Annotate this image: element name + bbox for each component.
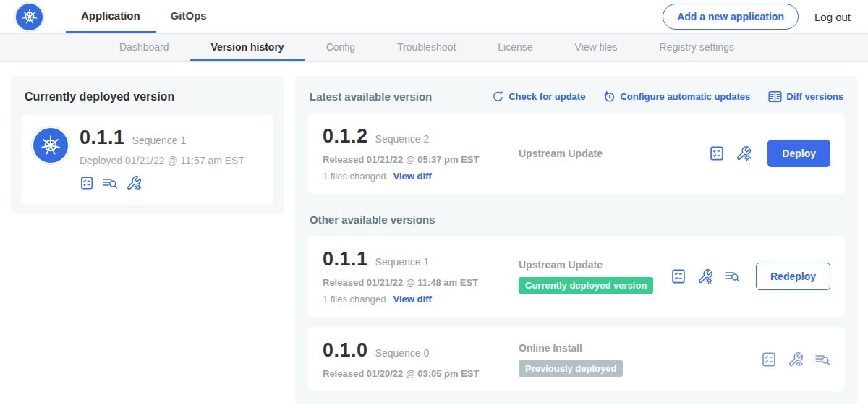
checklist-icon[interactable] (671, 268, 686, 284)
tab-view-files[interactable]: View files (554, 34, 639, 61)
released-timestamp: Released 01/21/22 @ 11:48 am EST (323, 277, 507, 288)
checklist-icon[interactable] (709, 145, 725, 161)
redeploy-button[interactable]: Redeploy (756, 263, 830, 290)
available-versions-panel: Latest available version Check for updat… (295, 76, 858, 404)
sequence-label: Sequence 0 (375, 347, 430, 359)
schedule-icon (603, 90, 616, 103)
released-timestamp: Released 01/21/22 @ 05:37 pm EST (323, 154, 507, 165)
logout-button[interactable]: Log out (814, 11, 851, 23)
version-card-0-1-0: 0.1.0 Sequence 0 Released 01/20/22 @ 03:… (308, 327, 845, 391)
source-label: Upstream Update (519, 259, 671, 271)
source-label: Online Install (519, 342, 761, 354)
checklist-icon[interactable] (761, 352, 777, 367)
wrench-eye-icon[interactable] (788, 352, 804, 367)
diff-icon (768, 90, 782, 103)
configure-automatic-updates-label: Configure automatic updates (620, 91, 750, 102)
available-actions: Check for update Configure automatic upd… (492, 90, 843, 103)
files-changed-label: 1 files changed (323, 294, 386, 305)
check-for-update-label: Check for update (509, 91, 585, 102)
configure-automatic-updates-link[interactable]: Configure automatic updates (603, 90, 750, 103)
version-actions (761, 352, 830, 367)
deployed-version-card: 0.1.1 Sequence 1 Deployed 01/21/22 @ 11:… (22, 115, 273, 204)
version-card-0-1-1: 0.1.1 Sequence 1 Released 01/21/22 @ 11:… (308, 236, 845, 317)
diff-versions-link[interactable]: Diff versions (768, 90, 843, 103)
wrench-gear-icon[interactable] (126, 175, 142, 191)
top-navbar: Application GitOps Add a new application… (0, 0, 868, 34)
version-card-0-1-2: 0.1.2 Sequence 2 Released 01/21/22 @ 05:… (308, 113, 845, 194)
version-source: Online Install Previously deployed (507, 342, 761, 377)
tab-troubleshoot[interactable]: Troubleshoot (376, 34, 477, 61)
navbar-spacer (222, 0, 663, 33)
nav-tab-application[interactable]: Application (66, 0, 156, 33)
tab-version-history[interactable]: Version history (190, 34, 305, 61)
app-logo-icon (33, 128, 68, 163)
version-details: 0.1.1 Sequence 1 Released 01/21/22 @ 11:… (323, 248, 507, 305)
latest-available-title: Latest available version (310, 90, 432, 103)
sequence-label: Sequence 1 (375, 256, 430, 268)
version-number: 0.1.0 (323, 339, 368, 362)
check-for-update-link[interactable]: Check for update (492, 90, 585, 103)
logs-icon[interactable] (102, 176, 118, 190)
deploy-button[interactable]: Deploy (767, 140, 830, 167)
version-details: 0.1.0 Sequence 0 Released 01/20/22 @ 03:… (323, 339, 507, 379)
wrench-gear-icon[interactable] (697, 268, 713, 284)
tab-registry-settings[interactable]: Registry settings (638, 34, 754, 61)
currently-deployed-panel: Currently deployed version 0.1.1 Sequenc… (10, 76, 284, 214)
checklist-icon[interactable] (80, 176, 94, 190)
deployed-version-details: 0.1.1 Sequence 1 Deployed 01/21/22 @ 11:… (80, 127, 244, 191)
version-number: 0.1.2 (323, 125, 368, 148)
view-diff-link[interactable]: View diff (393, 294, 431, 305)
refresh-icon (492, 90, 504, 103)
currently-deployed-title: Currently deployed version (25, 90, 273, 103)
kubernetes-logo-icon (16, 4, 43, 30)
deployed-sequence-label: Sequence 1 (132, 135, 187, 146)
deployed-timestamp: Deployed 01/21/22 @ 11:57 am EST (80, 155, 244, 166)
files-changed-label: 1 files changed (323, 171, 386, 182)
wrench-gear-icon[interactable] (736, 145, 752, 161)
add-new-application-button[interactable]: Add a new application (663, 4, 799, 30)
currently-deployed-badge: Currently deployed version (519, 277, 653, 294)
latest-available-header: Latest available version Check for updat… (310, 90, 843, 103)
tab-license[interactable]: License (477, 34, 553, 61)
tab-dashboard[interactable]: Dashboard (98, 34, 190, 61)
other-available-title: Other available versions (310, 213, 843, 226)
version-actions: Redeploy (671, 263, 830, 290)
version-source: Upstream Update Currently deployed versi… (507, 259, 671, 294)
logs-icon[interactable] (814, 352, 830, 367)
sequence-label: Sequence 2 (375, 133, 430, 145)
version-number: 0.1.1 (323, 248, 368, 271)
released-timestamp: Released 01/20/22 @ 03:05 pm EST (323, 368, 507, 379)
version-source: Upstream Update (507, 148, 709, 159)
version-history-page: Currently deployed version 0.1.1 Sequenc… (0, 62, 868, 408)
version-details: 0.1.2 Sequence 2 Released 01/21/22 @ 05:… (323, 125, 507, 182)
logs-icon[interactable] (724, 268, 740, 284)
version-actions: Deploy (709, 140, 830, 167)
app-subnav: Dashboard Version history Config Trouble… (0, 34, 868, 62)
previously-deployed-badge: Previously deployed (519, 360, 623, 377)
view-diff-link[interactable]: View diff (393, 171, 431, 182)
deployed-actions (80, 175, 244, 191)
nav-tab-gitops[interactable]: GitOps (156, 0, 222, 33)
tab-config[interactable]: Config (305, 34, 376, 61)
diff-versions-label: Diff versions (786, 91, 843, 102)
source-label: Upstream Update (519, 148, 709, 159)
deployed-version-number: 0.1.1 (80, 127, 125, 149)
